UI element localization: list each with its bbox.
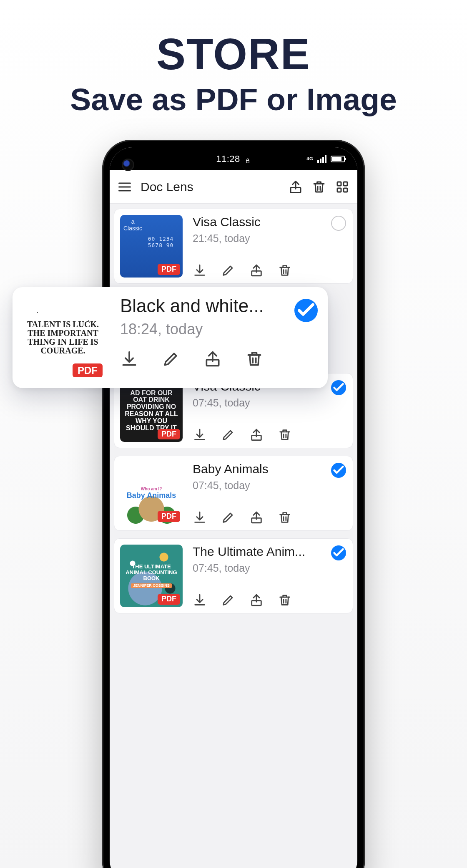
trash-icon[interactable] (278, 428, 292, 442)
download-icon[interactable] (193, 510, 207, 525)
share-icon[interactable] (249, 510, 264, 525)
document-thumbnail: THE ULTIMATE ANIMAL COUNTING BOOK JENNIF… (120, 545, 183, 607)
camera-dot (123, 160, 133, 170)
edit-icon[interactable] (221, 428, 235, 442)
signal-icon (317, 155, 326, 163)
edit-icon[interactable] (162, 350, 180, 368)
grid-view-icon[interactable] (335, 179, 350, 194)
select-checkbox[interactable] (331, 216, 346, 231)
document-card[interactable]: Who am I? Baby Animals PDF Baby Animals … (114, 456, 353, 531)
pdf-badge: PDF (158, 429, 180, 439)
status-bar: 11:28 4G (110, 147, 357, 170)
share-icon[interactable] (249, 263, 264, 278)
edit-icon[interactable] (221, 263, 235, 278)
download-icon[interactable] (120, 350, 138, 368)
phone-frame: 11:28 4G Doc Lens a Classic 00 1234 5 (102, 140, 365, 868)
share-icon[interactable] (288, 179, 303, 194)
edit-icon[interactable] (221, 593, 235, 607)
app-header: Doc Lens (110, 170, 357, 204)
pdf-badge: PDF (73, 363, 103, 377)
select-checkbox[interactable] (331, 463, 346, 478)
trash-icon[interactable] (278, 593, 292, 607)
document-time: 21:45, today (193, 232, 347, 245)
document-list: a Classic 00 1234 5678 90 PDF Visa Class… (110, 204, 357, 618)
select-checkbox[interactable] (294, 299, 318, 322)
document-time: 07:45, today (193, 397, 347, 409)
pdf-badge: PDF (158, 264, 180, 275)
phone-screen: 11:28 4G Doc Lens a Classic 00 1234 5 (110, 147, 357, 868)
select-checkbox[interactable] (331, 380, 346, 395)
trash-icon[interactable] (245, 350, 264, 368)
edit-icon[interactable] (221, 510, 235, 525)
document-title: Black and white... (120, 295, 319, 316)
app-title: Doc Lens (141, 180, 193, 194)
document-card-highlighted[interactable]: TALENT IS LUCK. THE IMPORTANT THING IN L… (13, 287, 328, 388)
pdf-badge: PDF (158, 511, 180, 522)
document-title: Baby Animals (193, 462, 347, 476)
document-title: Visa Classic (193, 215, 347, 229)
download-icon[interactable] (193, 593, 207, 607)
document-thumbnail: a Classic 00 1234 5678 90 PDF (120, 215, 183, 278)
battery-icon (331, 156, 345, 162)
network-4g-label: 4G (306, 156, 313, 161)
document-card[interactable]: a Classic 00 1234 5678 90 PDF Visa Class… (114, 209, 353, 284)
share-icon[interactable] (249, 593, 264, 607)
trash-icon[interactable] (278, 510, 292, 525)
document-time: 07:45, today (193, 562, 347, 574)
share-icon[interactable] (249, 428, 264, 442)
document-card[interactable]: THE ULTIMATE ANIMAL COUNTING BOOK JENNIF… (114, 538, 353, 613)
pdf-badge: PDF (158, 594, 180, 605)
document-thumbnail: TALENT IS LUCK. THE IMPORTANT THING IN L… (21, 295, 105, 380)
document-title: The Ultimate Anim... (193, 545, 347, 559)
download-icon[interactable] (193, 263, 207, 278)
select-checkbox[interactable] (331, 545, 346, 560)
document-time: 18:24, today (120, 320, 319, 338)
menu-icon[interactable] (117, 179, 132, 194)
trash-icon[interactable] (311, 179, 326, 194)
document-time: 07:45, today (193, 479, 347, 492)
trash-icon[interactable] (278, 263, 292, 278)
download-icon[interactable] (193, 428, 207, 442)
share-icon[interactable] (203, 350, 222, 368)
lock-icon (244, 156, 251, 162)
document-thumbnail: Who am I? Baby Animals PDF (120, 462, 183, 525)
status-time: 11:28 (216, 154, 240, 164)
document-thumbnail: AD FOR OUR OAT DRINK PROVIDING NO REASON… (120, 379, 183, 442)
